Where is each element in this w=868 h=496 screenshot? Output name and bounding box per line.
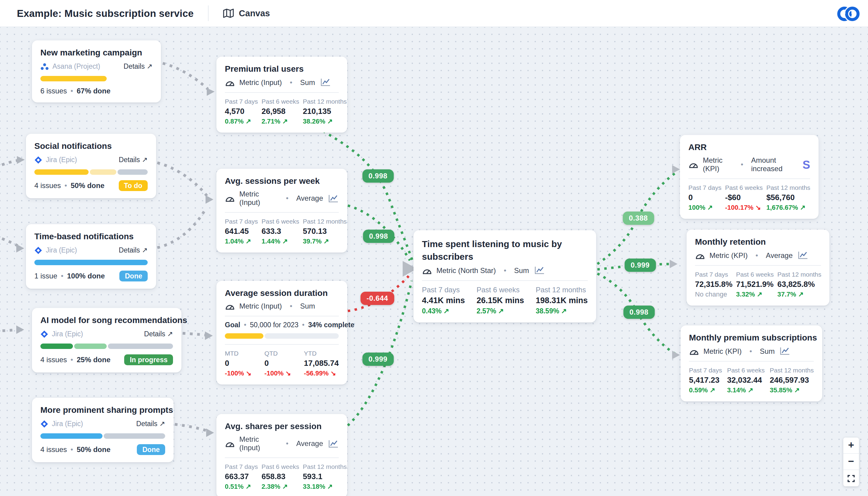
work-card-title: More prominent sharing prompts <box>41 405 165 415</box>
metric-aggregation: Sum <box>300 302 315 310</box>
trend-arrow-icon: ↗ <box>245 118 251 125</box>
details-link[interactable]: Details ↗ <box>124 62 153 71</box>
progress-bar <box>41 433 165 439</box>
divider <box>689 361 814 361</box>
work-card-sharing[interactable]: More prominent sharing promptsJira (Epic… <box>32 398 174 462</box>
correlation-label: 0.998 <box>623 306 654 319</box>
details-link[interactable]: Details ↗ <box>119 246 148 254</box>
trend-arrow-icon: ↗ <box>561 307 567 314</box>
progress-bar <box>34 260 148 265</box>
divider <box>225 212 339 213</box>
progress-segment <box>34 169 89 175</box>
fullscreen-icon <box>848 475 855 482</box>
correlation-label: 0.999 <box>362 353 393 366</box>
stat-column: Past 6 weeks71,521.9%3.32%↗ <box>736 270 774 298</box>
trend-arrow-icon: ↗ <box>794 386 800 393</box>
stat-column: Past 6 weeks26,9582.71%↗ <box>262 98 299 125</box>
trend-arrow-icon: ↗ <box>800 204 805 211</box>
metric-card-duration[interactable]: Average session durationMetric (Input)•S… <box>216 281 347 385</box>
metric-type: Metric (Input) <box>239 435 278 452</box>
trend-arrow-icon: ↘ <box>246 369 251 377</box>
separator-dot: • <box>290 302 292 310</box>
line-chart-icon <box>319 78 331 87</box>
doubleloop-logo <box>835 3 861 27</box>
zoom-in-button[interactable]: + <box>843 437 859 454</box>
progress-segment <box>34 260 148 265</box>
trend-arrow-icon: ↗ <box>323 237 329 245</box>
metric-card-arr[interactable]: ARRMetric (KPI)•Amount increasedSPast 7 … <box>680 135 819 219</box>
metric-card-subs[interactable]: Monthly premium subscriptionsMetric (KPI… <box>681 325 822 401</box>
metric-title: Monthly premium subscriptions <box>689 333 814 342</box>
divider <box>225 92 339 93</box>
metric-card-shares[interactable]: Avg. shares per sessionMetric (Input)•Av… <box>216 414 347 496</box>
stat-column: Past 12 months63,825.8%37.7%↗ <box>777 270 821 298</box>
stat-column: Past 7 days663.370.51%↗ <box>225 463 258 491</box>
gauge-icon <box>225 194 235 202</box>
details-link[interactable]: Details ↗ <box>119 155 148 164</box>
correlation-label: 0.388 <box>623 212 654 225</box>
metric-title: Monthly retention <box>695 237 821 247</box>
trend-arrow-icon: ↗ <box>710 386 715 393</box>
issue-count: 4 issues <box>34 182 61 190</box>
metric-card-sessions[interactable]: Avg. sessions per weekMetric (Input)•Ave… <box>216 169 347 252</box>
stat-column: Past 7 days4,5700.87%↗ <box>225 98 258 125</box>
goal-progress-bar <box>225 333 339 339</box>
tab-canvas[interactable]: Canvas <box>223 9 270 18</box>
stat-column: Past 6 weeks26.15K mins2.57%↗ <box>477 286 524 315</box>
progress-segment <box>264 333 339 339</box>
work-card-ai[interactable]: AI model for song recommendationsJira (E… <box>32 308 182 372</box>
metric-aggregation: Amount increased <box>751 156 797 173</box>
done-percent: 67% done <box>77 87 110 95</box>
separator-dot: • <box>61 272 63 280</box>
line-chart-icon <box>779 346 790 356</box>
metric-card-premium[interactable]: Premium trial usersMetric (Input)•SumPas… <box>216 57 347 133</box>
line-chart-icon <box>797 251 808 260</box>
source-label: Asana (Project) <box>52 63 100 70</box>
done-percent: 50% done <box>77 445 110 454</box>
work-card-title: New marketing campaign <box>41 48 153 57</box>
line-chart-icon <box>327 194 339 203</box>
jira-icon <box>34 156 42 164</box>
done-percent: 25% done <box>77 356 110 364</box>
status-badge: In progress <box>124 354 173 365</box>
work-card-timebased[interactable]: Time-based notificationsJira (Epic)Detai… <box>26 224 156 289</box>
top-bar: Example: Music subscription service Canv… <box>0 0 868 27</box>
metric-type: Metric (Input) <box>239 78 282 87</box>
canvas-controls: + − <box>843 437 859 486</box>
status-badge: Done <box>137 444 166 455</box>
progress-segment <box>41 76 106 81</box>
separator-dot: • <box>756 251 758 260</box>
gauge-icon <box>688 160 699 169</box>
stat-column: Past 7 days5,417.230.59%↗ <box>689 367 722 394</box>
divider <box>225 316 339 316</box>
work-card-social[interactable]: Social notificationsJira (Epic)Details ↗… <box>26 134 156 198</box>
correlation-label: 0.998 <box>363 230 394 243</box>
metric-title: Avg. shares per session <box>225 421 339 431</box>
separator-dot: • <box>749 347 752 355</box>
done-percent: 50% done <box>71 182 104 190</box>
gauge-icon <box>689 347 699 355</box>
app-stage: Example: Music subscription service Canv… <box>0 0 868 496</box>
metric-type: Metric (North Star) <box>436 266 496 275</box>
fit-view-button[interactable] <box>843 470 859 486</box>
details-link[interactable]: Details ↗ <box>144 330 173 338</box>
progress-bar <box>34 169 148 175</box>
jira-icon <box>34 246 42 254</box>
zoom-out-button[interactable]: − <box>843 454 859 470</box>
work-card-marketing[interactable]: New marketing campaignAsana (Project)Det… <box>32 41 161 103</box>
trend-arrow-icon: ↗ <box>245 237 251 245</box>
divider <box>695 265 821 266</box>
header-divider <box>208 5 209 21</box>
progress-segment <box>41 433 102 439</box>
metric-card-timespent[interactable]: Time spent listening to music by subscri… <box>414 230 596 322</box>
metric-card-retention[interactable]: Monthly retentionMetric (KPI)•AveragePas… <box>686 230 830 306</box>
metric-type: Metric (Input) <box>239 302 282 310</box>
trend-arrow-icon: ↘ <box>755 204 761 211</box>
progress-bar <box>41 76 153 81</box>
goal-row: Goal•50,000 for 2023•34% complete <box>225 321 339 328</box>
details-link[interactable]: Details ↗ <box>136 419 165 428</box>
workspace-title: Example: Music subscription service <box>17 7 194 19</box>
stat-column: Past 7 days0100%↗ <box>688 184 722 212</box>
trend-arrow-icon: ↗ <box>798 291 804 298</box>
map-icon <box>223 9 234 18</box>
